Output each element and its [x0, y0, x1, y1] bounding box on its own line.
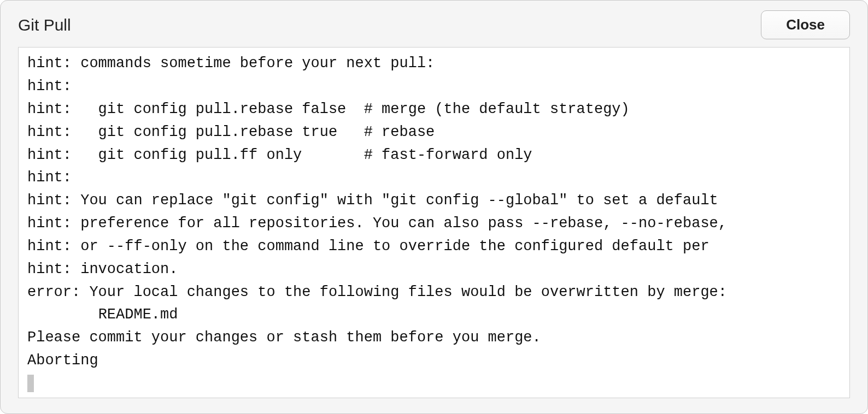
dialog-titlebar: Git Pull Close — [18, 10, 850, 42]
output-text: hint: commands sometime before your next… — [27, 52, 841, 372]
dialog-title: Git Pull — [18, 16, 71, 34]
output-panel[interactable]: hint: commands sometime before your next… — [18, 47, 850, 398]
git-pull-dialog: Git Pull Close hint: commands sometime b… — [0, 0, 868, 414]
close-button[interactable]: Close — [761, 10, 850, 39]
text-cursor — [27, 375, 34, 392]
